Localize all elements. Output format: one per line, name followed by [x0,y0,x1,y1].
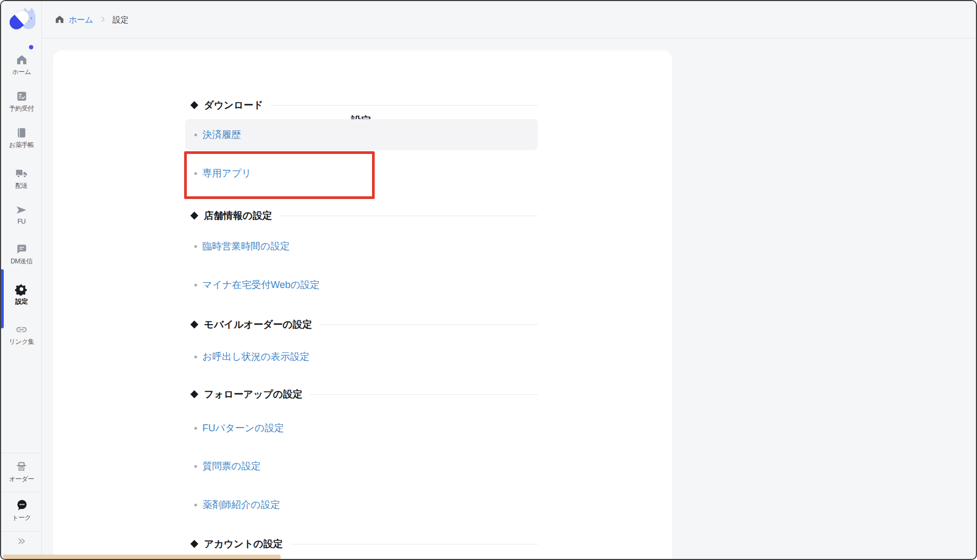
breadcrumb-separator-icon [100,16,106,24]
section-header-shop-info: 店舗情報の設定 [184,209,538,223]
diamond-bullet-icon [191,212,199,220]
link-label[interactable]: FUパターンの設定 [202,422,284,434]
gear-icon [15,283,28,296]
sidebar-collapse-button[interactable] [1,535,42,547]
section-title: 店舗情報の設定 [204,209,272,222]
link-fu-pattern[interactable]: FUパターンの設定 [185,412,538,444]
breadcrumb-home-icon[interactable] [55,14,64,26]
section-header-account: アカウントの設定 [184,537,538,551]
link-questionnaire[interactable]: 質問票の設定 [185,451,538,482]
sidebar-item-label: DM送信 [11,257,33,266]
double-chevron-icon [15,535,28,547]
sidebar-item-label: トーク [12,513,31,522]
link-label[interactable]: マイナ在宅受付Webの設定 [202,278,319,291]
sidebar-item-label: お薬手帳 [9,141,34,150]
section-title: フォローアップの設定 [204,388,302,401]
link-label[interactable]: 質問票の設定 [202,460,260,473]
sidebar-item-label: 予約受付 [9,104,34,113]
sidebar-item-links[interactable]: リンク集 [1,323,42,347]
talk-bubble-icon [15,498,28,512]
medicine-notebook-icon [16,127,28,139]
section-header-mobile-order: モバイルオーダーの設定 [184,318,538,331]
bullet-dot-icon [194,427,197,430]
sidebar-item-medicine-notebook[interactable]: お薬手帳 [1,127,42,150]
section-title: アカウントの設定 [204,537,283,550]
sidebar: ホーム 予約受付 お薬手帳 配送 FU [1,1,42,559]
sidebar-item-settings[interactable]: 設定 [1,283,42,306]
bullet-dot-icon [194,284,197,286]
breadcrumb-home-link[interactable]: ホーム [69,15,93,25]
send-icon [15,204,28,216]
link-dedicated-app[interactable]: 専用アプリ [185,158,538,189]
link-calling-status[interactable]: お呼出し状況の表示設定 [185,341,538,372]
sidebar-item-label: 配送 [16,181,28,190]
link-label[interactable]: 決済履歴 [202,128,241,141]
section-header-followup: フォローアップの設定 [184,387,538,401]
top-header: ホーム 設定 [42,1,976,39]
truck-icon [15,167,28,180]
diamond-bullet-icon [191,101,199,109]
breadcrumb: ホーム 設定 [55,1,129,39]
sidebar-item-talk[interactable]: トーク [1,498,42,522]
bottom-edge-strip [3,555,281,559]
sidebar-divider [1,453,42,453]
sidebar-item-label: ホーム [12,68,31,77]
sidebar-item-label: オーダー [9,475,34,484]
section-divider-line [279,216,538,216]
bullet-dot-icon [194,504,197,506]
sidebar-divider [1,492,42,492]
sidebar-item-label: FU [18,218,26,225]
sidebar-item-reservation[interactable]: 予約受付 [1,90,42,113]
link-label[interactable]: 臨時営業時間の設定 [202,240,289,253]
app-logo[interactable] [8,8,37,31]
order-printer-icon [15,460,28,473]
bullet-dot-icon [194,134,197,136]
diamond-bullet-icon [191,540,199,548]
sidebar-item-label: 設定 [16,297,28,306]
sidebar-item-delivery[interactable]: 配送 [1,167,42,190]
settings-panel: 設定 ダウンロード 決済履歴 専用アプリ 店舗情報の設定 臨時営業時間の設定 [53,50,672,560]
bullet-dot-icon [194,245,197,248]
link-label[interactable]: 薬剤師紹介の設定 [202,498,280,511]
sidebar-item-order[interactable]: オーダー [1,460,42,484]
sidebar-divider [1,531,42,532]
sidebar-item-label: リンク集 [9,337,34,347]
bullet-dot-icon [194,356,197,358]
link-pharmacist-intro[interactable]: 薬剤師紹介の設定 [185,489,538,520]
bullet-dot-icon [194,172,197,175]
message-icon [16,243,28,255]
breadcrumb-current: 設定 [113,15,129,25]
section-divider-line [319,325,538,325]
notification-dot [29,45,33,49]
sidebar-item-dm[interactable]: DM送信 [1,243,42,266]
reservation-icon [16,90,28,102]
link-label[interactable]: お呼出し状況の表示設定 [202,350,309,363]
bullet-dot-icon [194,465,197,468]
link-myna-web[interactable]: マイナ在宅受付Webの設定 [185,269,538,300]
app-window: ホーム 予約受付 お薬手帳 配送 FU [0,0,977,560]
section-divider-line [310,394,538,395]
section-title: モバイルオーダーの設定 [204,318,312,331]
sidebar-item-home[interactable]: ホーム [1,54,42,77]
sidebar-item-fu[interactable]: FU [1,204,42,225]
diamond-bullet-icon [191,321,199,329]
section-title: ダウンロード [204,99,263,112]
section-header-download: ダウンロード [184,98,538,112]
section-divider-line [290,544,538,544]
diamond-bullet-icon [191,390,199,399]
section-divider-line [271,105,538,106]
link-temporary-hours[interactable]: 臨時営業時間の設定 [185,231,538,262]
link-icon [15,323,28,336]
link-payment-history[interactable]: 決済履歴 [185,119,538,150]
link-label[interactable]: 専用アプリ [202,167,251,180]
home-icon [16,54,28,66]
